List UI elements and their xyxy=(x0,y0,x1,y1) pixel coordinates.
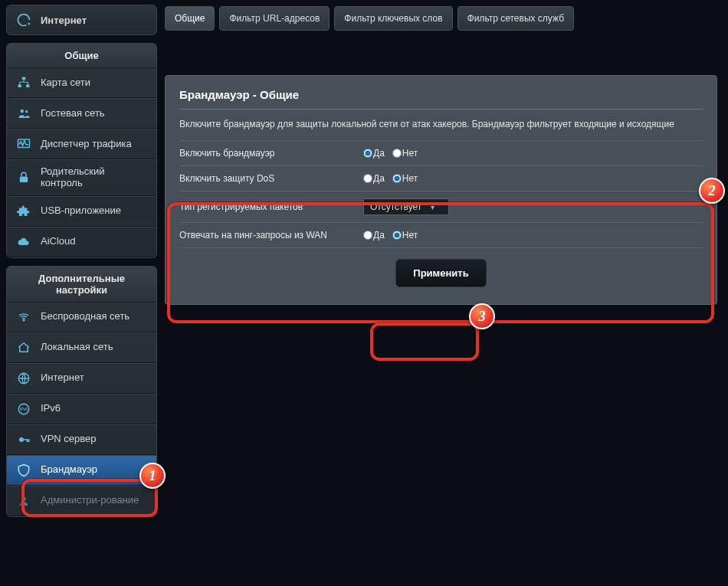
tab-general[interactable]: Общие xyxy=(165,6,215,31)
sidebar-item-label: Администри-рование xyxy=(41,495,139,506)
radio-input[interactable] xyxy=(363,174,372,183)
sidebar-item-label: Локальная сеть xyxy=(41,342,113,353)
sidebar-item-lan[interactable]: Локальная сеть xyxy=(7,332,156,363)
form-rows: Включить брандмауэр Да Нет Включить защи… xyxy=(179,140,703,248)
panel-title: Брандмауэр - Общие xyxy=(179,88,703,101)
svg-point-3 xyxy=(21,110,25,113)
sidebar-item-label: Беспроводная сеть xyxy=(41,311,130,322)
tab-network-services-filter[interactable]: Фильтр сетевых служб xyxy=(457,6,574,31)
sidebar-item-vpn[interactable]: VPN сервер xyxy=(7,424,156,455)
tab-url-filter[interactable]: Фильтр URL-адресов xyxy=(219,6,330,31)
sidebar-group-header: Дополнительные настройки xyxy=(7,267,156,303)
main-content: Общие Фильтр URL-адресов Фильтр ключевых… xyxy=(157,0,728,586)
wifi-icon xyxy=(15,309,33,326)
sidebar-item-label: Родительский контроль xyxy=(41,166,149,189)
cloud-icon xyxy=(15,234,33,250)
row-control: Отсутствует xyxy=(363,198,703,215)
sidebar-item-internet-top[interactable]: Интернет xyxy=(6,5,157,35)
sidebar-item-usb-application[interactable]: USB-приложение xyxy=(7,196,156,227)
sidebar-item-label: VPN сервер xyxy=(41,434,97,445)
puzzle-icon xyxy=(15,203,33,220)
svg-point-4 xyxy=(25,110,28,113)
network-map-icon xyxy=(15,74,33,91)
key-icon xyxy=(15,431,33,448)
sidebar-item-guest-network[interactable]: Гостевая сеть xyxy=(7,98,156,129)
sidebar-item-label: Карта сети xyxy=(41,77,90,89)
radio-input[interactable] xyxy=(363,149,372,158)
svg-rect-2 xyxy=(26,84,30,87)
sidebar-item-traffic-manager[interactable]: Диспетчер трафика xyxy=(7,129,156,159)
radio-input[interactable] xyxy=(392,149,402,158)
svg-text:IPv6: IPv6 xyxy=(20,407,28,411)
row-control: Да Нет xyxy=(363,230,703,241)
svg-rect-6 xyxy=(20,176,28,182)
sidebar-item-ipv6[interactable]: IPv6 IPv6 xyxy=(7,394,156,424)
globe-icon xyxy=(15,370,33,387)
sidebar-item-wireless[interactable]: Беспроводная сеть xyxy=(7,303,156,332)
sidebar-item-label: Интернет xyxy=(41,372,84,384)
svg-point-12 xyxy=(21,496,25,500)
svg-rect-1 xyxy=(18,84,22,87)
radio-input[interactable] xyxy=(392,231,402,240)
sidebar-item-label: Гостевая сеть xyxy=(41,108,105,119)
sidebar-item-network-map[interactable]: Карта сети xyxy=(7,68,156,98)
row-logged-packets-type: Тип регистрируемых пакетов Отсутствует xyxy=(179,191,703,222)
sidebar: Интернет Общие Карта сети Гостевая сеть xyxy=(0,0,157,586)
sidebar-item-administration[interactable]: Администри-рование xyxy=(7,486,156,516)
tab-bar: Общие Фильтр URL-адресов Фильтр ключевых… xyxy=(165,6,717,31)
apply-button[interactable]: Применить xyxy=(395,259,486,287)
sidebar-group-advanced: Дополнительные настройки Беспроводная се… xyxy=(6,266,157,517)
row-label: Включить защиту DoS xyxy=(179,173,363,184)
sidebar-item-label: AiCloud xyxy=(41,236,76,247)
panel-description: Включите брандмауэр для защиты локальной… xyxy=(179,119,703,129)
sidebar-item-firewall[interactable]: Брандмауэр xyxy=(7,455,156,486)
sidebar-item-label: Интернет xyxy=(41,15,87,26)
radio-yes[interactable]: Да xyxy=(363,173,385,184)
monitor-pulse-icon xyxy=(15,136,33,152)
sidebar-item-label: Диспетчер трафика xyxy=(41,139,132,150)
svg-point-7 xyxy=(23,319,25,321)
row-label: Включить брандмауэр xyxy=(179,148,363,159)
sidebar-item-parental-control[interactable]: Родительский контроль xyxy=(7,159,156,196)
radio-no[interactable]: Нет xyxy=(392,173,418,184)
shield-icon xyxy=(15,462,33,479)
divider xyxy=(179,109,703,110)
users-icon xyxy=(15,105,33,122)
row-respond-wan-ping: Отвечать на пинг-запросы из WAN Да Нет xyxy=(179,222,703,248)
row-control: Да Нет xyxy=(363,148,703,159)
sidebar-item-label: Брандмауэр xyxy=(41,464,97,476)
sidebar-group-header: Общие xyxy=(7,44,156,68)
sidebar-group-general: Общие Карта сети Гостевая сеть xyxy=(6,43,157,258)
svg-rect-0 xyxy=(22,77,26,80)
firewall-panel: Брандмауэр - Общие Включите брандмауэр д… xyxy=(165,75,717,305)
home-icon xyxy=(15,339,33,356)
row-enable-firewall: Включить брандмауэр Да Нет xyxy=(179,140,703,165)
apply-row: Применить xyxy=(179,248,703,287)
radio-no[interactable]: Нет xyxy=(392,230,418,241)
svg-point-11 xyxy=(19,437,24,442)
row-label: Тип регистрируемых пакетов xyxy=(179,201,363,212)
globe-pointer-icon xyxy=(15,11,33,28)
tab-keyword-filter[interactable]: Фильтр ключевых слов xyxy=(334,6,452,31)
radio-yes[interactable]: Да xyxy=(363,230,385,241)
row-enable-dos: Включить защиту DoS Да Нет xyxy=(179,165,703,191)
sidebar-item-wan[interactable]: Интернет xyxy=(7,363,156,394)
row-label: Отвечать на пинг-запросы из WAN xyxy=(179,230,363,241)
sidebar-item-label: USB-приложение xyxy=(41,205,121,217)
radio-no[interactable]: Нет xyxy=(392,148,418,159)
radio-yes[interactable]: Да xyxy=(363,148,385,159)
logged-packets-select[interactable]: Отсутствует xyxy=(363,198,449,215)
radio-input[interactable] xyxy=(363,231,372,240)
sidebar-item-aicloud[interactable]: AiCloud xyxy=(7,227,156,257)
ipv6-icon: IPv6 xyxy=(15,401,33,417)
row-control: Да Нет xyxy=(363,173,703,184)
lock-icon xyxy=(15,169,33,186)
sidebar-item-label: IPv6 xyxy=(41,403,61,414)
radio-input[interactable] xyxy=(392,174,402,183)
user-admin-icon xyxy=(15,493,33,509)
